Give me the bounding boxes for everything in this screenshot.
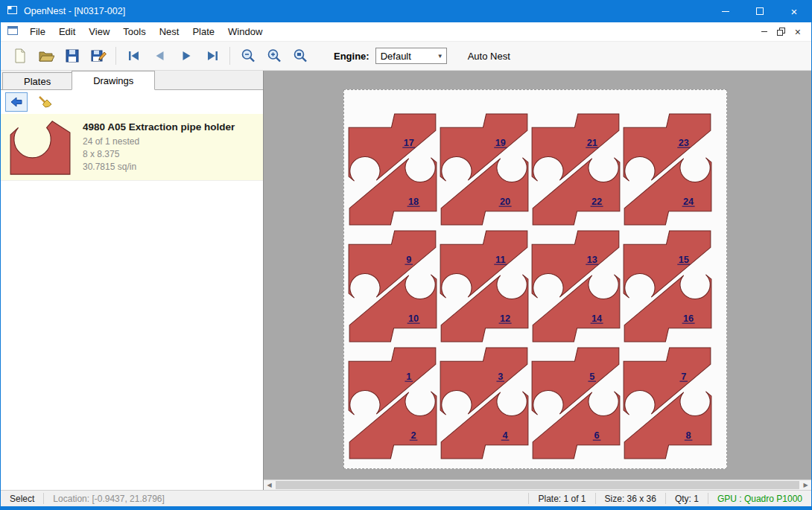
save-as-button[interactable] [85, 45, 111, 67]
part-number-label: 6 [594, 430, 600, 441]
menubar: File Edit View Tools Nest Plate Window × [1, 22, 811, 42]
save-icon [64, 48, 80, 64]
part-number-label: 24 [683, 197, 694, 207]
part-number-label: 2 [411, 430, 416, 441]
nested-part[interactable] [349, 231, 436, 298]
menu-tools[interactable]: Tools [116, 23, 152, 40]
nested-pair[interactable]: 1718 [347, 111, 438, 228]
nested-part[interactable] [349, 348, 436, 415]
chevron-down-icon: ▼ [434, 53, 446, 60]
menu-nest[interactable]: Nest [153, 23, 186, 40]
open-button[interactable] [33, 45, 59, 67]
nested-part[interactable] [349, 392, 437, 459]
mdi-close-icon[interactable]: × [795, 27, 801, 37]
nested-part[interactable] [624, 231, 711, 298]
nested-part[interactable] [349, 114, 436, 181]
nested-part[interactable] [624, 275, 711, 342]
menu-plate[interactable]: Plate [185, 23, 221, 40]
nested-part[interactable] [533, 392, 620, 459]
horizontal-scrollbar[interactable]: ◀ ▶ [264, 479, 811, 490]
previous-plate-button[interactable] [147, 45, 173, 67]
nested-pair[interactable]: 1112 [439, 228, 530, 345]
status-gpu: GPU : Quadro P1000 [708, 494, 811, 504]
nested-part[interactable] [624, 158, 711, 225]
nested-part[interactable] [441, 392, 528, 459]
nested-pair[interactable]: 910 [347, 228, 438, 345]
nested-part[interactable] [440, 231, 527, 298]
next-plate-button[interactable] [173, 45, 199, 67]
mdi-controls: × [761, 25, 805, 39]
scroll-right-icon[interactable]: ▶ [800, 480, 811, 490]
nested-pair[interactable]: 2324 [622, 111, 713, 228]
part-number-label: 7 [681, 372, 686, 382]
engine-select[interactable]: Default ▼ [375, 48, 447, 64]
menu-window[interactable]: Window [221, 23, 269, 40]
menu-view[interactable]: View [82, 23, 116, 40]
status-plate: Plate: 1 of 1 [529, 494, 594, 504]
part-number-label: 15 [679, 255, 689, 265]
maximize-button[interactable] [743, 0, 777, 22]
window-bottom-border [1, 506, 811, 510]
scrollbar-thumb[interactable] [276, 481, 799, 489]
part-number-label: 12 [500, 313, 510, 324]
nested-pair[interactable]: 1314 [530, 228, 621, 345]
nested-pair[interactable]: 1920 [439, 111, 530, 228]
part-number-label: 4 [503, 430, 508, 441]
new-document-button[interactable] [7, 45, 33, 67]
zoom-in-icon [266, 48, 282, 64]
part-number-label: 23 [679, 138, 689, 148]
part-thumbnail [7, 119, 74, 176]
save-button[interactable] [59, 45, 85, 67]
nested-part[interactable] [441, 158, 528, 225]
nested-part[interactable] [533, 275, 620, 342]
close-button[interactable]: × [777, 0, 811, 22]
nested-part[interactable] [624, 392, 711, 459]
zoom-in-button[interactable] [261, 45, 287, 67]
zoom-out-button[interactable] [235, 45, 261, 67]
nested-part[interactable] [349, 158, 437, 225]
clean-button[interactable] [34, 92, 56, 112]
nested-pair[interactable]: 12 [347, 345, 438, 462]
nested-pair[interactable]: 78 [622, 345, 713, 462]
nested-part[interactable] [440, 114, 527, 181]
part-number-label: 11 [495, 255, 506, 265]
status-size: Size: 36 x 36 [596, 494, 665, 504]
nested-part[interactable] [624, 348, 711, 415]
nested-part[interactable] [533, 158, 620, 225]
minimize-button[interactable] [708, 0, 743, 22]
status-location: Location: [-0.9437, 21.8796] [44, 494, 173, 504]
nested-part[interactable] [624, 114, 711, 181]
scroll-left-icon[interactable]: ◀ [264, 480, 275, 490]
broom-icon [37, 95, 52, 109]
auto-nest-button[interactable]: Auto Nest [463, 48, 515, 65]
document-icon [7, 25, 19, 39]
part-number-label: 17 [404, 138, 414, 148]
statusbar: Select Location: [-0.9437, 21.8796] Plat… [1, 490, 811, 506]
first-plate-button[interactable] [121, 45, 147, 67]
last-plate-button[interactable] [199, 45, 225, 67]
tab-drawings[interactable]: Drawings [72, 71, 155, 90]
menu-file[interactable]: File [23, 23, 52, 40]
menu-edit[interactable]: Edit [52, 23, 82, 40]
nested-part[interactable] [532, 348, 619, 415]
next-arrow-icon [178, 48, 194, 64]
assign-drawing-button[interactable] [5, 92, 28, 112]
nested-part[interactable] [440, 348, 527, 415]
nested-pair[interactable]: 56 [530, 345, 621, 462]
mdi-minimize-icon[interactable] [761, 31, 767, 32]
nested-part[interactable] [349, 275, 437, 342]
drawing-title: 4980 A05 Extraction pipe holder [83, 121, 235, 133]
zoom-fit-button[interactable] [287, 45, 313, 67]
nest-canvas[interactable]: 171819202122232491011121314151612345678 … [263, 71, 811, 490]
drawing-list-item[interactable]: 4980 A05 Extraction pipe holder 24 of 1 … [1, 114, 263, 181]
tabstrip: Plates Drawings [1, 71, 263, 90]
part-number-label: 19 [495, 138, 506, 148]
nested-pair[interactable]: 34 [439, 345, 530, 462]
nested-pair[interactable]: 1516 [622, 228, 713, 345]
nested-part[interactable] [441, 275, 528, 342]
tab-plates[interactable]: Plates [2, 72, 72, 89]
nested-pair[interactable]: 2122 [530, 111, 621, 228]
mdi-restore-icon[interactable] [777, 25, 785, 39]
nested-part[interactable] [532, 114, 619, 181]
nested-part[interactable] [532, 231, 619, 298]
